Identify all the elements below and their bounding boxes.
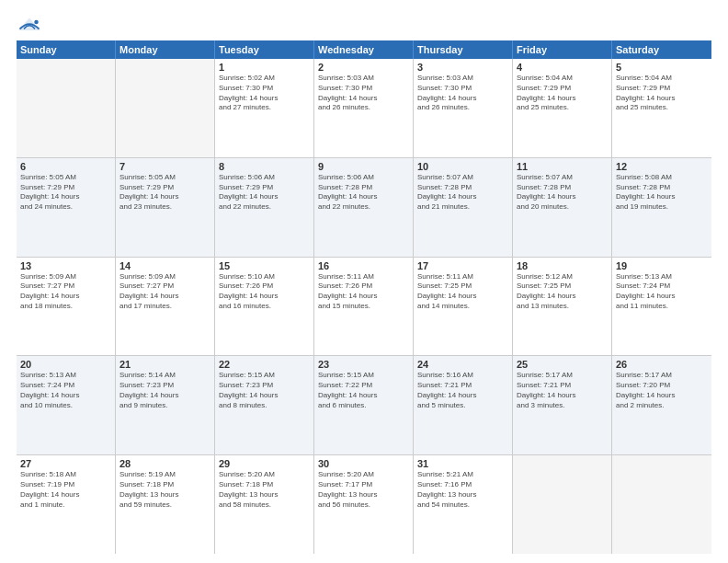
page: SundayMondayTuesdayWednesdayThursdayFrid… <box>0 0 728 563</box>
day-number: 4 <box>517 62 608 73</box>
calendar-cell-empty-4-5 <box>513 455 612 554</box>
calendar-cell-16: 16Sunrise: 5:11 AM Sunset: 7:26 PM Dayli… <box>314 258 414 356</box>
calendar-cell-8: 8Sunrise: 5:06 AM Sunset: 7:29 PM Daylig… <box>215 158 314 257</box>
day-number: 9 <box>318 161 409 172</box>
day-number: 6 <box>20 161 111 172</box>
calendar-row-4: 27Sunrise: 5:18 AM Sunset: 7:19 PM Dayli… <box>17 455 711 554</box>
day-number: 22 <box>219 359 310 370</box>
calendar-cell-empty-0-1 <box>116 59 215 157</box>
calendar-cell-11: 11Sunrise: 5:07 AM Sunset: 7:28 PM Dayli… <box>513 158 612 257</box>
day-number: 30 <box>318 458 409 469</box>
day-number: 13 <box>20 260 111 271</box>
weekday-header-wednesday: Wednesday <box>314 40 414 59</box>
cell-text: Sunrise: 5:03 AM Sunset: 7:30 PM Dayligh… <box>318 74 409 113</box>
day-number: 27 <box>20 458 111 469</box>
calendar-cell-10: 10Sunrise: 5:07 AM Sunset: 7:28 PM Dayli… <box>414 158 513 257</box>
day-number: 21 <box>119 359 210 370</box>
logo <box>17 17 46 33</box>
day-number: 10 <box>417 161 508 172</box>
calendar-row-3: 20Sunrise: 5:13 AM Sunset: 7:24 PM Dayli… <box>17 356 711 455</box>
day-number: 15 <box>219 260 310 271</box>
day-number: 20 <box>20 359 111 370</box>
day-number: 1 <box>219 62 310 73</box>
cell-text: Sunrise: 5:06 AM Sunset: 7:28 PM Dayligh… <box>318 173 409 213</box>
cell-text: Sunrise: 5:13 AM Sunset: 7:24 PM Dayligh… <box>616 272 708 312</box>
day-number: 19 <box>616 260 708 271</box>
calendar-cell-31: 31Sunrise: 5:21 AM Sunset: 7:16 PM Dayli… <box>414 455 513 554</box>
day-number: 3 <box>417 62 508 73</box>
cell-text: Sunrise: 5:04 AM Sunset: 7:29 PM Dayligh… <box>517 74 608 113</box>
header <box>17 17 711 33</box>
cell-text: Sunrise: 5:16 AM Sunset: 7:21 PM Dayligh… <box>417 371 508 410</box>
weekday-header-saturday: Saturday <box>612 40 711 59</box>
logo-icon <box>17 17 42 33</box>
cell-text: Sunrise: 5:18 AM Sunset: 7:19 PM Dayligh… <box>20 470 111 510</box>
svg-point-2 <box>34 20 39 25</box>
calendar-cell-9: 9Sunrise: 5:06 AM Sunset: 7:28 PM Daylig… <box>314 158 414 257</box>
calendar: SundayMondayTuesdayWednesdayThursdayFrid… <box>17 40 711 554</box>
weekday-header-friday: Friday <box>513 40 612 59</box>
day-number: 28 <box>119 458 210 469</box>
cell-text: Sunrise: 5:11 AM Sunset: 7:26 PM Dayligh… <box>318 272 409 312</box>
calendar-cell-3: 3Sunrise: 5:03 AM Sunset: 7:30 PM Daylig… <box>414 59 513 157</box>
calendar-row-1: 6Sunrise: 5:05 AM Sunset: 7:29 PM Daylig… <box>17 158 711 258</box>
calendar-cell-20: 20Sunrise: 5:13 AM Sunset: 7:24 PM Dayli… <box>17 356 116 454</box>
cell-text: Sunrise: 5:07 AM Sunset: 7:28 PM Dayligh… <box>417 173 508 213</box>
cell-text: Sunrise: 5:17 AM Sunset: 7:21 PM Dayligh… <box>517 371 608 410</box>
cell-text: Sunrise: 5:21 AM Sunset: 7:16 PM Dayligh… <box>417 470 508 510</box>
day-number: 5 <box>616 62 708 73</box>
day-number: 7 <box>119 161 210 172</box>
calendar-cell-25: 25Sunrise: 5:17 AM Sunset: 7:21 PM Dayli… <box>513 356 612 454</box>
calendar-cell-17: 17Sunrise: 5:11 AM Sunset: 7:25 PM Dayli… <box>414 258 513 356</box>
cell-text: Sunrise: 5:11 AM Sunset: 7:25 PM Dayligh… <box>417 272 508 312</box>
day-number: 8 <box>219 161 310 172</box>
cell-text: Sunrise: 5:17 AM Sunset: 7:20 PM Dayligh… <box>616 371 708 410</box>
calendar-cell-19: 19Sunrise: 5:13 AM Sunset: 7:24 PM Dayli… <box>612 258 711 356</box>
cell-text: Sunrise: 5:09 AM Sunset: 7:27 PM Dayligh… <box>20 272 111 312</box>
cell-text: Sunrise: 5:20 AM Sunset: 7:18 PM Dayligh… <box>219 470 310 510</box>
calendar-cell-24: 24Sunrise: 5:16 AM Sunset: 7:21 PM Dayli… <box>414 356 513 454</box>
day-number: 2 <box>318 62 409 73</box>
cell-text: Sunrise: 5:14 AM Sunset: 7:23 PM Dayligh… <box>119 371 210 410</box>
day-number: 18 <box>517 260 608 271</box>
cell-text: Sunrise: 5:10 AM Sunset: 7:26 PM Dayligh… <box>219 272 310 312</box>
calendar-cell-empty-0-0 <box>17 59 116 157</box>
cell-text: Sunrise: 5:12 AM Sunset: 7:25 PM Dayligh… <box>517 272 608 312</box>
cell-text: Sunrise: 5:05 AM Sunset: 7:29 PM Dayligh… <box>20 173 111 213</box>
calendar-cell-4: 4Sunrise: 5:04 AM Sunset: 7:29 PM Daylig… <box>513 59 612 157</box>
cell-text: Sunrise: 5:06 AM Sunset: 7:29 PM Dayligh… <box>219 173 310 213</box>
calendar-cell-12: 12Sunrise: 5:08 AM Sunset: 7:28 PM Dayli… <box>612 158 711 257</box>
calendar-body: 1Sunrise: 5:02 AM Sunset: 7:30 PM Daylig… <box>17 59 711 554</box>
cell-text: Sunrise: 5:04 AM Sunset: 7:29 PM Dayligh… <box>616 74 708 113</box>
cell-text: Sunrise: 5:19 AM Sunset: 7:18 PM Dayligh… <box>119 470 210 510</box>
calendar-cell-7: 7Sunrise: 5:05 AM Sunset: 7:29 PM Daylig… <box>116 158 215 257</box>
calendar-cell-18: 18Sunrise: 5:12 AM Sunset: 7:25 PM Dayli… <box>513 258 612 356</box>
calendar-cell-26: 26Sunrise: 5:17 AM Sunset: 7:20 PM Dayli… <box>612 356 711 454</box>
calendar-cell-5: 5Sunrise: 5:04 AM Sunset: 7:29 PM Daylig… <box>612 59 711 157</box>
day-number: 24 <box>417 359 508 370</box>
calendar-cell-21: 21Sunrise: 5:14 AM Sunset: 7:23 PM Dayli… <box>116 356 215 454</box>
day-number: 17 <box>417 260 508 271</box>
cell-text: Sunrise: 5:08 AM Sunset: 7:28 PM Dayligh… <box>616 173 708 213</box>
calendar-cell-2: 2Sunrise: 5:03 AM Sunset: 7:30 PM Daylig… <box>314 59 414 157</box>
calendar-cell-29: 29Sunrise: 5:20 AM Sunset: 7:18 PM Dayli… <box>215 455 314 554</box>
calendar-cell-1: 1Sunrise: 5:02 AM Sunset: 7:30 PM Daylig… <box>215 59 314 157</box>
cell-text: Sunrise: 5:20 AM Sunset: 7:17 PM Dayligh… <box>318 470 409 510</box>
calendar-row-0: 1Sunrise: 5:02 AM Sunset: 7:30 PM Daylig… <box>17 59 711 158</box>
calendar-cell-28: 28Sunrise: 5:19 AM Sunset: 7:18 PM Dayli… <box>116 455 215 554</box>
day-number: 26 <box>616 359 708 370</box>
weekday-header-thursday: Thursday <box>414 40 513 59</box>
calendar-cell-14: 14Sunrise: 5:09 AM Sunset: 7:27 PM Dayli… <box>116 258 215 356</box>
calendar-cell-23: 23Sunrise: 5:15 AM Sunset: 7:22 PM Dayli… <box>314 356 414 454</box>
weekday-header-tuesday: Tuesday <box>215 40 314 59</box>
cell-text: Sunrise: 5:05 AM Sunset: 7:29 PM Dayligh… <box>119 173 210 213</box>
day-number: 11 <box>517 161 608 172</box>
calendar-cell-empty-4-6 <box>612 455 711 554</box>
day-number: 25 <box>517 359 608 370</box>
day-number: 14 <box>119 260 210 271</box>
calendar-cell-6: 6Sunrise: 5:05 AM Sunset: 7:29 PM Daylig… <box>17 158 116 257</box>
day-number: 23 <box>318 359 409 370</box>
day-number: 16 <box>318 260 409 271</box>
day-number: 12 <box>616 161 708 172</box>
calendar-header: SundayMondayTuesdayWednesdayThursdayFrid… <box>17 40 711 59</box>
